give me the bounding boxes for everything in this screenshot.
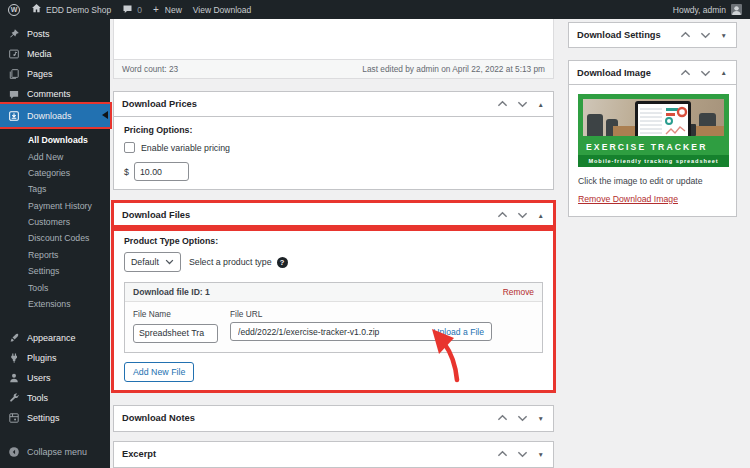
move-up-icon[interactable] [497, 100, 508, 109]
sidebar-item-users[interactable]: Users [0, 368, 110, 388]
move-up-icon[interactable] [497, 211, 508, 220]
sidebar-item-pages[interactable]: Pages [0, 64, 110, 84]
view-download-link[interactable]: View Download [193, 5, 251, 15]
media-icon [8, 48, 20, 60]
downloads-submenu: All Downloads Add New Categories Tags Pa… [0, 127, 110, 319]
submenu-discount-codes[interactable]: Discount Codes [0, 230, 110, 246]
excerpt-header[interactable]: Excerpt [114, 442, 553, 467]
sidebar-item-media[interactable]: Media [0, 44, 110, 64]
sidebar-item-appearance[interactable]: Appearance [0, 328, 110, 348]
brush-icon [8, 332, 20, 344]
comments-bubble-menu[interactable]: 0 [122, 4, 142, 16]
download-prices-header[interactable]: Download Prices [114, 92, 553, 117]
sidebar-item-comments[interactable]: Comments [0, 84, 110, 104]
panel-title: Excerpt [122, 449, 156, 459]
toggle-panel-icon[interactable] [537, 451, 545, 458]
move-down-icon[interactable] [517, 450, 528, 459]
download-file-id-label: Download file ID: 1 [133, 287, 210, 297]
download-file-row: Download file ID: 1 Remove File Name Fil… [124, 282, 543, 353]
wp-logo-icon[interactable] [8, 4, 20, 16]
move-down-icon[interactable] [517, 100, 528, 109]
collapse-menu-button[interactable]: Collapse menu [0, 442, 110, 462]
toggle-panel-icon[interactable] [537, 101, 545, 108]
site-name-menu[interactable]: EDD Demo Shop [31, 3, 111, 16]
submenu-payment-history[interactable]: Payment History [0, 198, 110, 214]
toggle-panel-icon[interactable] [720, 69, 728, 76]
editor-empty-area[interactable] [114, 19, 553, 59]
sidebar-item-tools[interactable]: Tools [0, 388, 110, 408]
word-count: Word count: 23 [122, 64, 178, 74]
comment-bubble-icon [122, 4, 133, 16]
file-url-input[interactable]: /edd/2022/1/exercise-tracker-v1.0.zip Up… [230, 322, 492, 341]
pricing-options-label: Pricing Options: [124, 125, 543, 135]
last-edited: Last edited by admin on April 22, 2022 a… [362, 64, 545, 74]
move-down-icon[interactable] [700, 68, 711, 77]
download-notes-header[interactable]: Download Notes [114, 406, 553, 431]
sidebar-item-settings[interactable]: Settings [0, 408, 110, 428]
enable-variable-pricing-checkbox[interactable] [124, 142, 135, 153]
howdy-admin-menu[interactable]: Howdy, admin [673, 5, 726, 15]
comments-icon [8, 88, 20, 100]
submenu-categories[interactable]: Categories [0, 165, 110, 181]
product-type-select[interactable]: Default [124, 252, 181, 272]
move-down-icon[interactable] [517, 211, 528, 220]
submenu-reports[interactable]: Reports [0, 247, 110, 263]
site-name: EDD Demo Shop [46, 5, 111, 15]
remove-file-link[interactable]: Remove [503, 287, 534, 297]
move-up-icon[interactable] [680, 31, 691, 40]
submenu-tags[interactable]: Tags [0, 181, 110, 197]
product-type-options-label: Product Type Options: [124, 236, 543, 246]
add-new-file-button[interactable]: Add New File [124, 362, 194, 382]
submenu-all-downloads[interactable]: All Downloads [0, 132, 110, 148]
main-column: Word count: 23 Last edited by admin on A… [113, 19, 554, 468]
current-item-arrow [102, 111, 108, 119]
download-featured-image[interactable]: EXERCISE TRACKER Mobile-friendly trackin… [578, 94, 729, 167]
move-down-icon[interactable] [517, 414, 528, 423]
select-product-type-label: Select a product type [189, 257, 272, 267]
admin-bar: EDD Demo Shop 0 New View Download Howdy,… [0, 0, 750, 19]
submenu-extensions[interactable]: Extensions [0, 296, 110, 312]
collapse-icon [8, 446, 20, 458]
wrench-icon [8, 392, 20, 404]
download-image-header[interactable]: Download Image [569, 61, 736, 85]
remove-download-image-link[interactable]: Remove Download Image [578, 194, 678, 204]
file-name-input[interactable] [133, 324, 218, 343]
currency-symbol: $ [124, 167, 129, 177]
sidebar-item-plugins[interactable]: Plugins [0, 348, 110, 368]
toggle-panel-icon[interactable] [720, 32, 728, 39]
move-up-icon[interactable] [680, 68, 691, 77]
download-files-header[interactable]: Download Files [114, 203, 553, 228]
download-notes-panel: Download Notes [113, 405, 554, 432]
user-icon [8, 372, 20, 384]
toggle-panel-icon[interactable] [537, 415, 545, 422]
download-icon [8, 110, 20, 122]
excerpt-panel: Excerpt [113, 441, 554, 468]
plug-icon [8, 352, 20, 364]
office-photo [583, 99, 724, 136]
upload-a-file-button[interactable]: Upload a File [433, 327, 484, 337]
content-editor[interactable]: Word count: 23 Last edited by admin on A… [113, 19, 554, 79]
move-up-icon[interactable] [497, 414, 508, 423]
avatar[interactable] [731, 4, 742, 15]
download-files-panel: Download Files Product Type Options: Def… [113, 202, 554, 391]
help-icon[interactable] [277, 257, 288, 268]
image-title-text: EXERCISE TRACKER [586, 142, 707, 152]
submenu-tools[interactable]: Tools [0, 279, 110, 295]
file-url-label: File URL [230, 309, 492, 319]
panel-title: Download Notes [122, 413, 195, 423]
admin-sidebar: Posts Media Pages Comments Downloads [0, 19, 110, 468]
sidebar-item-posts[interactable]: Posts [0, 24, 110, 44]
variable-pricing-label: Enable variable pricing [141, 143, 230, 153]
price-input[interactable] [134, 162, 189, 181]
move-down-icon[interactable] [700, 31, 711, 40]
sidebar-item-downloads[interactable]: Downloads [0, 104, 110, 127]
submenu-add-new[interactable]: Add New [0, 148, 110, 164]
new-content-menu[interactable]: New [153, 4, 182, 15]
download-settings-header[interactable]: Download Settings [569, 23, 736, 47]
submenu-settings[interactable]: Settings [0, 263, 110, 279]
side-column: Download Settings Download Image [568, 22, 737, 217]
toggle-panel-icon[interactable] [537, 212, 545, 219]
pages-icon [8, 68, 20, 80]
submenu-customers[interactable]: Customers [0, 214, 110, 230]
move-up-icon[interactable] [497, 450, 508, 459]
